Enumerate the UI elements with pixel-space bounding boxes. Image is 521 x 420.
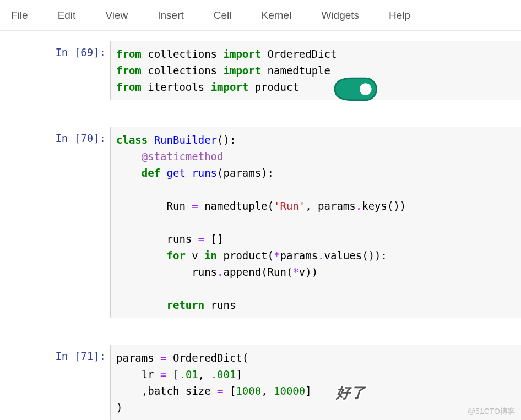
code-cell: In [69]: from collections import Ordered… — [0, 41, 521, 100]
input-prompt: In [69]: — [0, 41, 110, 58]
menu-edit[interactable]: Edit — [55, 7, 79, 24]
menu-cell[interactable]: Cell — [210, 7, 235, 24]
menu-help[interactable]: Help — [386, 7, 414, 24]
menu-kernel[interactable]: Kernel — [258, 7, 295, 24]
code-content: params = OrderedDict( lr = [.01, .001] ,… — [116, 350, 515, 416]
video-caption-overlay: 好了 — [336, 383, 366, 402]
prompt-number: 69 — [80, 46, 93, 58]
code-content: class RunBuilder(): @staticmethod def ge… — [116, 132, 515, 313]
menu-widgets[interactable]: Widgets — [318, 7, 362, 24]
code-input[interactable]: from collections import OrderedDict from… — [110, 41, 521, 100]
prompt-number: 70 — [80, 132, 93, 144]
prompt-label: In — [55, 132, 68, 144]
notebook-container: In [69]: from collections import Ordered… — [0, 31, 521, 420]
code-input[interactable]: class RunBuilder(): @staticmethod def ge… — [110, 127, 521, 318]
code-cell: In [70]: class RunBuilder(): @staticmeth… — [0, 127, 521, 318]
prompt-number: 71 — [80, 350, 93, 362]
code-input[interactable]: params = OrderedDict( lr = [.01, .001] ,… — [110, 345, 521, 420]
code-cell: In [71]: params = OrderedDict( lr = [.01… — [0, 345, 521, 420]
code-content: from collections import OrderedDict from… — [116, 46, 515, 95]
prompt-label: In — [55, 46, 68, 58]
input-prompt: In [70]: — [0, 127, 110, 144]
menu-view[interactable]: View — [102, 7, 131, 24]
menubar: File Edit View Insert Cell Kernel Widget… — [0, 0, 521, 31]
input-prompt: In [71]: — [0, 345, 110, 362]
watermark: @51CTO博客 — [468, 407, 515, 417]
menu-insert[interactable]: Insert — [154, 7, 187, 24]
menu-file[interactable]: File — [8, 7, 31, 24]
prompt-label: In — [55, 350, 68, 362]
